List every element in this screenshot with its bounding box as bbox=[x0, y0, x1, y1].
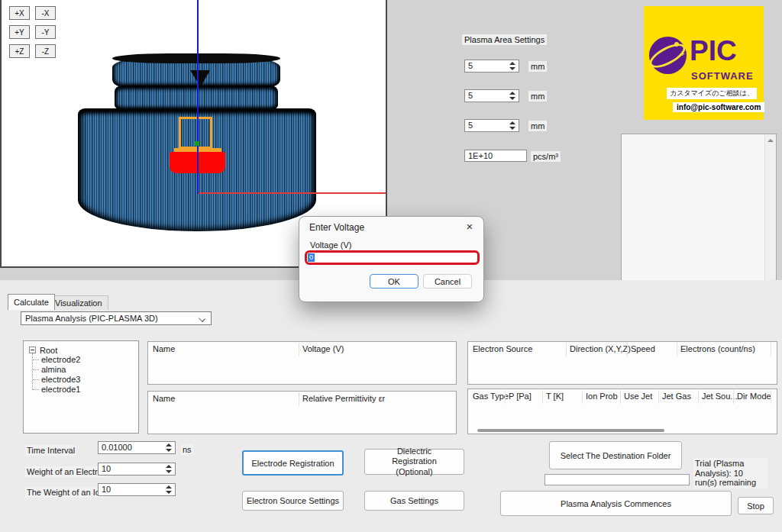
gas-col-type: Gas Type bbox=[473, 392, 509, 401]
voltage-label: Voltage (V) bbox=[310, 240, 351, 250]
voltage-input-selection: 0 bbox=[308, 253, 315, 262]
dielectric-col-permittivity: Relative Permittivity εr bbox=[302, 394, 385, 403]
model-middle-disc bbox=[115, 85, 278, 110]
tree-item-electrode1[interactable]: electrode1 bbox=[32, 385, 138, 395]
ion-weight-spinner[interactable]: 10 bbox=[98, 483, 176, 496]
gas-col-temperature: T [K] bbox=[546, 392, 564, 401]
plasma-size-z-spinner[interactable]: 5 bbox=[464, 119, 519, 132]
tree-item-electrode2[interactable]: electrode2 bbox=[32, 355, 138, 365]
gas-col-jet-source: Jet Sou... bbox=[702, 392, 737, 401]
time-interval-label: Time Interval bbox=[25, 445, 76, 456]
plasma-size-x-value: 5 bbox=[468, 61, 473, 70]
time-interval-spinner[interactable]: 0.01000 bbox=[98, 441, 176, 454]
scrollbar-thumb[interactable] bbox=[477, 429, 664, 432]
dielectric-table[interactable]: Name Relative Permittivity εr bbox=[147, 391, 457, 434]
plasma-density-field[interactable]: 1E+10 bbox=[464, 150, 527, 162]
spinner-arrows[interactable] bbox=[164, 464, 173, 474]
logo-brand-text: PIC bbox=[690, 35, 737, 67]
electrode-col-voltage: Voltage (V) bbox=[302, 344, 344, 353]
plasma-size-x-spinner[interactable]: 5 bbox=[464, 60, 519, 73]
z-axis-line bbox=[197, 0, 199, 194]
electron-source-settings-button[interactable]: Electron Source Settings bbox=[242, 491, 344, 511]
electrode-col-name: Name bbox=[153, 344, 175, 353]
analysis-type-select[interactable]: Plasma Analysis (PIC-PLASMA 3D) bbox=[21, 311, 212, 325]
destination-path-field[interactable] bbox=[544, 474, 690, 485]
logo-email: info@pic-software.com bbox=[673, 102, 764, 112]
dielectric-registration-button[interactable]: Dielectric Registration (Optional) bbox=[364, 449, 464, 475]
log-list-panel[interactable] bbox=[621, 134, 777, 289]
gas-col-ion-prob: Ion Prob bbox=[586, 392, 618, 401]
pic-software-logo: + - PIC SOFTWARE カスタマイズのご相談は、 info@pic-s… bbox=[644, 6, 764, 120]
close-icon[interactable]: × bbox=[463, 219, 477, 233]
analysis-type-value: Plasma Analysis (PIC-PLASMA 3D) bbox=[25, 314, 158, 323]
dialog-title: Enter Voltage bbox=[309, 222, 364, 233]
plasma-size-y-unit: mm bbox=[528, 91, 547, 102]
tree-item-electrode3[interactable]: electrode3 bbox=[32, 375, 138, 385]
plasma-area-settings-title: Plasma Area Settings bbox=[462, 34, 547, 45]
gas-col-pressure: P [Pa] bbox=[509, 392, 532, 401]
tab-visualization[interactable]: Visualization bbox=[49, 295, 108, 310]
atom-icon: + - bbox=[649, 37, 687, 74]
electron-weight-value: 10 bbox=[102, 464, 111, 473]
plasma-size-y-value: 5 bbox=[468, 91, 473, 100]
select-destination-folder-button[interactable]: Select The Destination Folder bbox=[549, 441, 682, 469]
chevron-down-icon bbox=[199, 315, 205, 322]
source-col-name: Electron Source bbox=[473, 344, 532, 353]
tree-collapse-icon[interactable] bbox=[29, 347, 36, 353]
axis-plus-x-button[interactable]: +X bbox=[9, 6, 30, 20]
vertical-scrollbar[interactable] bbox=[764, 134, 776, 288]
tree-root-label: Root bbox=[40, 346, 57, 355]
electrode-table[interactable]: Name Voltage (V) bbox=[147, 341, 457, 385]
spinner-arrows[interactable] bbox=[164, 485, 173, 495]
tab-calculate[interactable]: Calculate bbox=[8, 294, 55, 310]
spinner-arrows[interactable] bbox=[164, 443, 173, 453]
model-tree[interactable]: Root electrode2 almina electrode3 electr… bbox=[23, 340, 139, 434]
plasma-size-z-unit: mm bbox=[528, 121, 547, 131]
axis-plus-y-button[interactable]: +Y bbox=[9, 25, 30, 39]
axis-minus-z-button[interactable]: -Z bbox=[35, 44, 56, 58]
plasma-size-y-spinner[interactable]: 5 bbox=[464, 89, 519, 102]
axis-plus-z-button[interactable]: +Z bbox=[9, 44, 30, 58]
gas-col-use-jet: Use Jet bbox=[624, 392, 652, 401]
gas-table[interactable]: Gas Type P [Pa] T [K] Ion Prob Use Jet J… bbox=[467, 389, 777, 434]
electron-weight-label: Weight of an Electron bbox=[25, 466, 108, 477]
trial-remaining-note: Trial (Plasma Analysis): 10 run(s) remai… bbox=[693, 458, 767, 488]
gas-col-jet-gas: Jet Gas bbox=[662, 392, 691, 401]
cancel-button[interactable]: Cancel bbox=[423, 274, 472, 289]
ion-weight-value: 10 bbox=[102, 485, 111, 494]
electron-source-table[interactable]: Electron Source Direction (X,Y,Z) Speed … bbox=[467, 341, 777, 385]
gas-col-dir-mode: Dir Mode bbox=[737, 392, 771, 401]
x-axis-line bbox=[198, 192, 387, 194]
ok-button[interactable]: OK bbox=[370, 274, 418, 289]
axis-button-grid: +X -X +Y -Y +Z -Z bbox=[9, 6, 63, 60]
plasma-analysis-commence-button[interactable]: Plasma Analysis Commences bbox=[500, 491, 732, 516]
ion-weight-label: The Weight of an Ion bbox=[25, 487, 106, 498]
tree-root-row[interactable]: Root bbox=[29, 345, 138, 355]
plasma-density-unit: pcs/m³ bbox=[531, 151, 561, 162]
gas-settings-button[interactable]: Gas Settings bbox=[364, 491, 464, 511]
tree-item-almina[interactable]: almina bbox=[32, 365, 138, 375]
plasma-size-x-unit: mm bbox=[528, 61, 547, 72]
spinner-arrows[interactable] bbox=[508, 61, 517, 71]
scroll-up-icon[interactable] bbox=[767, 139, 774, 142]
electron-weight-spinner[interactable]: 10 bbox=[98, 463, 176, 476]
enter-voltage-dialog: Enter Voltage × Voltage (V) 0 OK Cancel bbox=[299, 216, 484, 302]
source-col-direction: Direction (X,Y,Z) bbox=[570, 344, 631, 353]
time-interval-value: 0.01000 bbox=[102, 443, 132, 452]
axis-minus-y-button[interactable]: -Y bbox=[35, 25, 56, 39]
dielectric-col-name: Name bbox=[153, 394, 175, 403]
axis-minus-x-button[interactable]: -X bbox=[35, 6, 56, 20]
spinner-arrows[interactable] bbox=[508, 91, 517, 101]
spinner-arrows[interactable] bbox=[508, 121, 517, 131]
origin-marker bbox=[195, 141, 199, 146]
source-col-electrons: Electrons (count/ns) bbox=[680, 344, 755, 353]
source-col-speed: Speed bbox=[631, 344, 655, 353]
logo-subtitle-text: SOFTWARE bbox=[691, 70, 754, 82]
electrode-registration-button[interactable]: Electrode Registration bbox=[242, 450, 344, 476]
horizontal-scrollbar[interactable] bbox=[470, 428, 775, 432]
stop-button[interactable]: Stop bbox=[738, 497, 774, 514]
voltage-input[interactable]: 0 bbox=[305, 250, 480, 265]
time-interval-unit: ns bbox=[181, 444, 193, 455]
logo-tagline-jp: カスタマイズのご相談は、 bbox=[667, 88, 757, 99]
plasma-size-z-value: 5 bbox=[468, 121, 473, 130]
